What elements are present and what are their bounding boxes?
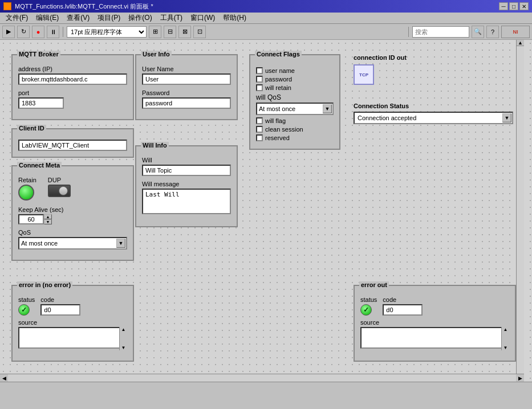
error-in-code-input[interactable] [40,304,80,316]
reorder-button[interactable]: ⊡ [193,26,206,38]
distribute-button[interactable]: ⊟ [164,26,176,38]
menu-project[interactable]: 项目(P) [94,13,124,23]
keep-alive-input[interactable] [18,214,44,224]
menu-bar: 文件(F) 编辑(E) 查看(V) 项目(P) 操作(O) 工具(T) 窗口(W… [0,13,532,24]
username-group: User Name [142,66,231,85]
out-source-scrollbar: ▲ ▼ [501,327,509,350]
source-scrollbar: ▲ ▼ [119,327,127,350]
clean-session-row: clean session [256,126,334,133]
will-qos-arrow[interactable]: ▼ [323,104,332,113]
retain-led[interactable] [18,185,34,201]
run-continuously-button[interactable]: ↻ [17,26,30,38]
abort-button[interactable]: ● [32,26,44,38]
maximize-button[interactable]: □ [509,2,518,10]
will-flag-checkbox[interactable] [256,117,263,124]
qos-group: QoS At most once ▼ [18,229,127,250]
reserved-checkbox[interactable] [256,134,263,141]
password-label: Password [142,89,231,96]
will-message-label: Will message [142,181,231,187]
spinner-down[interactable]: ▼ [44,219,52,224]
dup-label: DUP [48,177,71,183]
search-input[interactable] [412,26,469,38]
close-button[interactable]: ✕ [519,2,529,10]
keep-alive-spinner: ▲ ▼ [18,214,127,224]
username-label: User Name [142,66,231,72]
connection-status-dropdown[interactable]: Connection accepted ▼ [354,112,513,124]
connection-status-arrow[interactable]: ▼ [502,113,511,122]
spinner-up[interactable]: ▲ [44,214,52,219]
align-button[interactable]: ⊞ [149,26,161,38]
error-in-status-icon: ✓ [18,304,30,316]
will-qos-dropdown[interactable]: At most once ▼ [256,103,334,115]
will-retain-row: will retain [256,84,334,91]
menu-help[interactable]: 帮助(H) [220,13,250,23]
dup-group: DUP [48,177,71,201]
retain-group: Retain [18,177,36,201]
run-button[interactable]: ▶ [2,26,15,38]
password-input[interactable] [142,97,231,109]
out-source-scroll-down[interactable]: ▼ [502,345,509,350]
menu-tools[interactable]: 工具(T) [157,13,186,23]
menu-operate[interactable]: 操作(O) [125,13,155,23]
font-selector[interactable]: 17pt 应用程序字体 [67,26,147,38]
error-in-source-label: source [18,319,127,326]
source-scroll-up[interactable]: ▲ [120,327,127,332]
qos-arrow[interactable]: ▼ [116,239,125,248]
error-in-source-wrapper: ▲ ▼ [18,327,127,350]
minimize-button[interactable]: ─ [499,2,508,10]
source-scroll-down[interactable]: ▼ [120,345,127,350]
title-bar: MQTT_Functions.lvlib:MQTT_Connect.vi 前面板… [0,0,532,13]
qos-dropdown[interactable]: At most once ▼ [18,237,127,250]
will-retain-checkbox[interactable] [256,84,263,91]
out-source-scroll-up[interactable]: ▲ [502,327,509,332]
error-in-source-input[interactable] [18,327,127,349]
help-button[interactable]: ? [486,26,499,38]
error-out-source-input[interactable] [360,327,509,349]
menu-edit[interactable]: 编辑(E) [33,13,62,23]
window-controls: ─ □ ✕ [499,2,529,10]
retain-dup-row: Retain DUP [18,177,127,201]
connection-status-label: Connection Status [354,103,513,109]
error-out-code-label: code [383,296,423,303]
resize-button[interactable]: ⊠ [178,26,191,38]
sep1 [63,27,63,37]
check-icon: ✓ [21,306,27,314]
address-input[interactable] [18,73,127,85]
pause-button[interactable]: ⏸ [47,26,59,38]
port-input[interactable] [18,97,64,109]
keep-alive-group: Keep Alive (sec) ▲ ▼ [18,206,127,224]
address-label: address (IP) [18,66,127,72]
scroll-track-right [517,46,524,375]
will-message-group: Will message Last Will [142,181,231,216]
qos-value: At most once [20,240,116,247]
connect-meta-panel: Connect Meta Retain DUP Keep Alive (sec) [11,165,134,261]
error-out-code-group: code [383,296,423,316]
password-flag-label: password [265,76,292,83]
scroll-right-btn[interactable]: ▶ [516,375,524,381]
canvas-content: MQTT Broker address (IP) port Client ID … [0,40,524,382]
search-button[interactable]: 🔍 [472,26,484,38]
will-message-input[interactable]: Last Will [142,189,231,214]
password-checkbox[interactable] [256,76,263,83]
check-icon-out: ✓ [363,306,369,314]
username-checkbox[interactable] [256,67,263,74]
password-group: Password [142,89,231,109]
scroll-left-btn[interactable]: ◀ [0,375,8,381]
connection-status-value: Connection accepted [355,114,502,121]
port-group: port [18,89,127,109]
menu-file[interactable]: 文件(F) [2,13,31,23]
menu-window[interactable]: 窗口(W) [187,13,218,23]
scroll-up-btn[interactable]: ▲ [517,40,524,46]
dup-toggle[interactable] [48,185,71,197]
reserved-row: reserved [256,134,334,141]
clean-session-checkbox[interactable] [256,126,263,133]
error-out-code-input[interactable] [383,304,423,316]
username-flag-label: user name [265,67,295,74]
error-in-status-group: status ✓ [18,296,35,316]
username-input[interactable] [142,73,231,85]
menu-view[interactable]: 查看(V) [63,13,93,23]
client-id-input[interactable] [18,140,127,151]
will-input[interactable] [142,165,231,176]
clean-session-label: clean session [265,126,303,133]
will-group: Will [142,157,231,176]
